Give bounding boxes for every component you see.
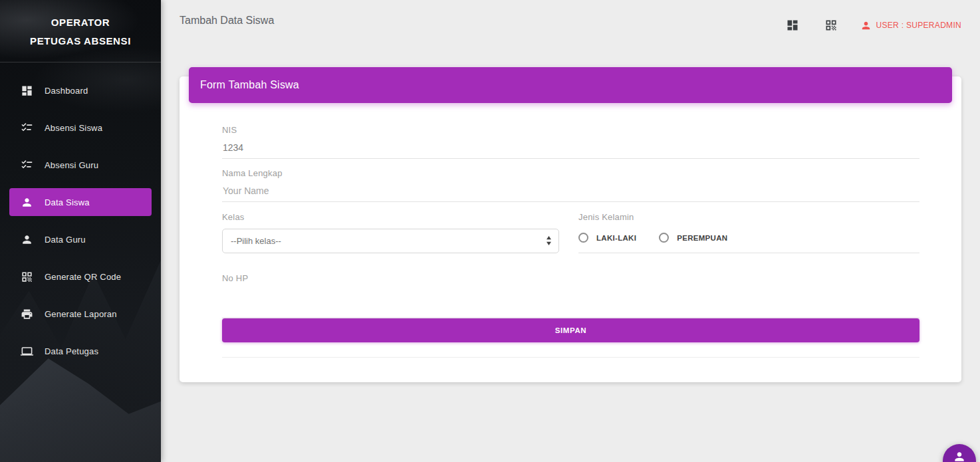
checklist-icon	[21, 122, 33, 134]
laki-laki-radio[interactable]	[578, 233, 588, 243]
qr-code-icon	[21, 271, 33, 283]
nama-lengkap-input[interactable]	[222, 185, 919, 202]
simpan-button[interactable]: SIMPAN	[222, 318, 919, 342]
sidebar-item-data-guru[interactable]: Data Guru	[9, 225, 152, 253]
jenis-kelamin-radio-group: LAKI-LAKI PEREMPUAN	[578, 233, 750, 243]
dashboard-icon	[21, 84, 33, 97]
sidebar-item-label: Data Guru	[45, 235, 86, 245]
app-title-line2: PETUGAS ABSENSI	[0, 32, 161, 51]
form-card-header: Form Tambah Siswa	[189, 67, 952, 103]
sidebar-item-data-petugas[interactable]: Data Petugas	[9, 337, 152, 365]
sidebar-item-generate-qr-code[interactable]: Generate QR Code	[9, 263, 152, 290]
qr-code-icon[interactable]	[824, 19, 838, 32]
checklist-icon	[21, 159, 33, 172]
nis-label: NIS	[222, 125, 237, 135]
app-title-line1: OPERATOR	[0, 13, 161, 32]
sidebar-item-label: Generate Laporan	[45, 309, 117, 319]
card-bottom-divider	[222, 357, 919, 358]
sidebar-item-data-siswa[interactable]: Data Siswa	[9, 188, 152, 216]
perempuan-radio-label: PEREMPUAN	[677, 234, 727, 242]
floating-action-button[interactable]	[943, 444, 976, 462]
sidebar-item-absensi-guru[interactable]: Absensi Guru	[9, 151, 152, 179]
jenis-kelamin-underline	[578, 253, 919, 253]
dashboard-icon[interactable]	[786, 19, 799, 32]
sidebar-item-label: Absensi Siswa	[45, 123, 102, 133]
jenis-kelamin-label: Jenis Kelamin	[578, 212, 634, 222]
page-title: Tambah Data Siswa	[180, 15, 274, 27]
sidebar-nav: Dashboard Absensi Siswa Absensi Guru Dat…	[0, 62, 161, 365]
topbar-actions: USER : SUPERADMIN	[761, 19, 961, 32]
sidebar-item-label: Absensi Guru	[45, 160, 98, 170]
person-icon	[21, 233, 33, 246]
printer-icon	[21, 308, 33, 320]
sidebar-item-label: Generate QR Code	[45, 272, 121, 282]
kelas-select[interactable]: --Pilih kelas--	[222, 229, 559, 253]
radio-option-laki-laki[interactable]: LAKI-LAKI	[578, 233, 636, 243]
person-icon	[21, 196, 33, 209]
nis-input[interactable]	[222, 142, 919, 159]
sidebar-item-dashboard[interactable]: Dashboard	[9, 76, 152, 104]
kelas-select-wrap: --Pilih kelas--	[222, 229, 559, 253]
sidebar-item-absensi-siswa[interactable]: Absensi Siswa	[9, 114, 152, 142]
perempuan-radio[interactable]	[659, 233, 669, 243]
person-icon	[953, 450, 966, 462]
sidebar-item-label: Dashboard	[45, 86, 88, 96]
no-hp-input[interactable]	[222, 290, 919, 318]
sidebar: OPERATOR PETUGAS ABSENSI Dashboard Absen…	[0, 0, 161, 462]
user-icon	[860, 20, 872, 31]
radio-option-perempuan[interactable]: PEREMPUAN	[659, 233, 727, 243]
app-title: OPERATOR PETUGAS ABSENSI	[0, 0, 161, 51]
kelas-label: Kelas	[222, 212, 245, 222]
sidebar-item-generate-laporan[interactable]: Generate Laporan	[9, 300, 152, 328]
laptop-icon	[21, 345, 33, 358]
laki-laki-radio-label: LAKI-LAKI	[596, 234, 636, 242]
no-hp-label: No HP	[222, 273, 248, 283]
user-label: USER : SUPERADMIN	[876, 21, 961, 30]
user-menu[interactable]: USER : SUPERADMIN	[860, 20, 961, 31]
sidebar-item-label: Data Siswa	[45, 197, 90, 207]
sidebar-item-label: Data Petugas	[45, 346, 98, 356]
form-card-title: Form Tambah Siswa	[200, 79, 299, 91]
nama-lengkap-label: Nama Lengkap	[222, 168, 283, 178]
